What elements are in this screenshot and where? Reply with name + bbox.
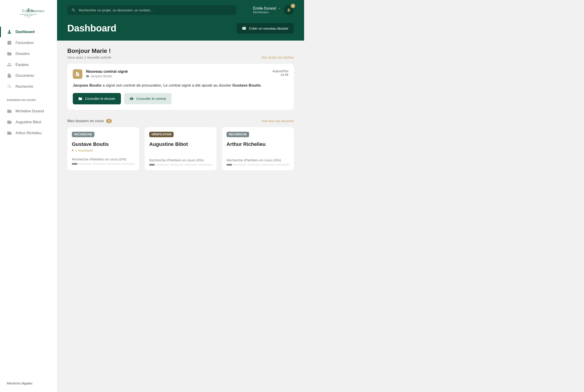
- svg-text:ROEHRIG: ROEHRIG: [31, 9, 45, 13]
- folder-icon: [7, 120, 12, 125]
- activity-time: 14:45: [272, 73, 288, 76]
- card-title: Arthur Richelieu: [226, 141, 289, 147]
- sidebar: COUTOT ROEHRIG RECHERCHE D'HERITIERS GEN…: [0, 0, 57, 204]
- folder-icon: [7, 109, 12, 114]
- status-tag: RECHERCHE: [72, 132, 94, 137]
- greeting-subtitle: Vous avez 1 nouvelle activité: [67, 56, 111, 59]
- user-name: Émilie Durand: [253, 6, 276, 10]
- button-label: Créer un nouveau dossier: [249, 26, 288, 30]
- header: Émilie Durand Bénéficiaire 2 Dashboard C…: [57, 0, 304, 40]
- dossier-card[interactable]: VÉRIFICATION Augustine Bibot Recherche d…: [145, 127, 216, 170]
- all-tasks-link[interactable]: Voir toutes les tâches: [261, 56, 294, 59]
- dossier-card[interactable]: RECHERCHE Gustave Boutis 1 nouveauté Rec…: [67, 127, 139, 170]
- progress-bar: [226, 164, 289, 166]
- user-role: Bénéficiaire: [253, 10, 280, 14]
- progress-label: Recherche d'héritiers en cours (0%): [72, 157, 135, 161]
- dossier-card[interactable]: RECHERCHE Arthur Richelieu Recherche d'h…: [222, 127, 294, 170]
- view-folder-button[interactable]: Consulter le dossier: [73, 93, 121, 104]
- nav-recherche[interactable]: Recherche: [0, 81, 57, 92]
- dossiers-title: Mes dossiers en cours: [67, 119, 104, 123]
- activity-date: Aujourd'hui: [272, 69, 288, 73]
- sidebar-folder[interactable]: Augustine Bibot: [0, 117, 57, 128]
- status-tag: VÉRIFICATION: [149, 132, 174, 137]
- mail-icon: [242, 26, 246, 30]
- activity-title: Nouveau contrat signé: [86, 69, 269, 74]
- nav-documents[interactable]: Documents: [0, 70, 57, 81]
- svg-text:1894: 1894: [28, 17, 30, 18]
- svg-text:GENEALOGIE: GENEALOGIE: [24, 15, 33, 16]
- document-icon: [7, 73, 12, 78]
- progress-label: Recherche d'héritiers en cours (0%): [226, 158, 289, 162]
- main: Émilie Durand Bénéficiaire 2 Dashboard C…: [57, 0, 304, 204]
- search-bar[interactable]: [67, 5, 236, 15]
- sidebar-folder[interactable]: Arthur Richelieu: [0, 128, 57, 138]
- people-icon: [7, 62, 12, 67]
- nav-label: Dashboard: [16, 30, 35, 34]
- user-menu[interactable]: Émilie Durand Bénéficiaire 2: [253, 5, 294, 15]
- content: Bonjour Marie ! Vous avez 1 nouvelle act…: [57, 40, 304, 179]
- search-icon: [7, 84, 12, 89]
- button-label: Consulter le contrat: [136, 97, 166, 100]
- button-label: Consulter le dossier: [85, 97, 115, 100]
- progress-bar: [72, 163, 135, 165]
- folder-icon: [7, 130, 12, 136]
- notification-badge: 2: [291, 4, 295, 8]
- sidebar-folder[interactable]: Micheline Durand: [0, 106, 57, 116]
- activity-folder: Jacques Boutis: [86, 74, 269, 78]
- nav-equipes[interactable]: Équipes: [0, 60, 57, 70]
- greeting-title: Bonjour Marie !: [67, 48, 111, 54]
- nav-dossiers[interactable]: Dossiers: [0, 48, 57, 59]
- dossier-cards: RECHERCHE Gustave Boutis 1 nouveauté Rec…: [67, 127, 294, 170]
- eye-icon: [130, 97, 134, 101]
- view-contract-button[interactable]: Consulter le contrat: [124, 93, 172, 104]
- search-input[interactable]: [79, 8, 232, 12]
- progress-bar: [149, 164, 212, 166]
- logo: COUTOT ROEHRIG RECHERCHE D'HERITIERS GEN…: [0, 0, 57, 24]
- dossiers-count: 3: [106, 119, 112, 123]
- card-title: Gustave Boutis: [72, 141, 135, 147]
- nav-label: Facturation: [16, 41, 34, 45]
- nav-dashboard[interactable]: Dashboard: [0, 27, 57, 37]
- topbar: Émilie Durand Bénéficiaire 2: [57, 0, 304, 20]
- bell-icon: [286, 8, 291, 12]
- folder-icon: [78, 97, 82, 101]
- clipboard-icon: [7, 40, 12, 45]
- folders-nav: Micheline Durand Augustine Bibot Arthur …: [0, 104, 57, 140]
- main-nav: Dashboard Facturation Dossiers Équipes D…: [0, 24, 57, 94]
- nav-label: Équipes: [16, 63, 29, 67]
- all-dossiers-link[interactable]: Voir tous les dossiers: [261, 119, 294, 123]
- sidebar-section-label: DOSSIERS EN COURS: [0, 94, 57, 104]
- folder-icon: [7, 51, 12, 56]
- search-icon: [71, 8, 76, 12]
- activity-body: Jacques Boutis a signé son contrat de pr…: [73, 82, 288, 88]
- nav-label: Dossiers: [16, 52, 30, 56]
- nav-label: Documents: [16, 74, 34, 78]
- folder-label: Micheline Durand: [16, 109, 44, 113]
- folder-icon: [86, 74, 89, 78]
- card-title: Augustine Bibot: [149, 141, 212, 147]
- person-icon: [7, 30, 12, 34]
- status-tag: RECHERCHE: [226, 132, 249, 137]
- folder-label: Arthur Richelieu: [16, 131, 42, 135]
- page-title: Dashboard: [67, 23, 116, 34]
- svg-text:RECHERCHE D'HERITIERS: RECHERCHE D'HERITIERS: [20, 14, 37, 15]
- create-dossier-button[interactable]: Créer un nouveau dossier: [236, 23, 294, 34]
- folder-label: Augustine Bibot: [16, 120, 41, 124]
- chevron-down-icon: [278, 7, 280, 10]
- progress-label: Recherche d'héritiers en cours (0%): [149, 158, 212, 162]
- activity-card: Nouveau contrat signé Jacques Boutis Auj…: [67, 64, 294, 110]
- new-indicator: 1 nouveauté: [72, 148, 135, 152]
- nav-facturation[interactable]: Facturation: [0, 38, 57, 48]
- nav-label: Recherche: [16, 84, 33, 89]
- document-icon: [73, 69, 82, 79]
